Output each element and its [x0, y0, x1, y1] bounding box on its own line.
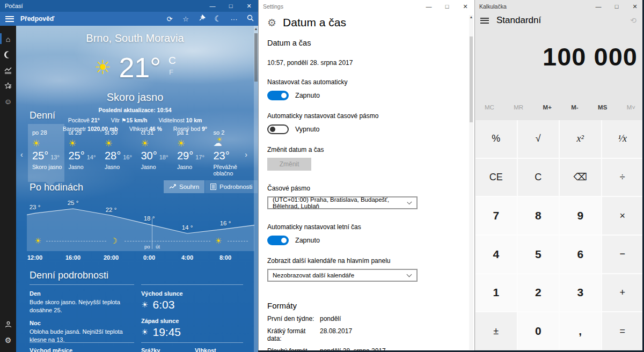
calc-button-reciprocal[interactable]: ¹⁄x [602, 120, 643, 158]
sidebar-item-account[interactable] [0, 317, 16, 332]
favorite-star-icon[interactable]: ☆ [178, 15, 194, 23]
day-card[interactable]: so 2 ☀☁ 23° Převážně oblačno [209, 124, 246, 182]
calc-button-zero[interactable]: 0 [518, 312, 559, 350]
calc-button-multiply[interactable]: × [602, 197, 643, 234]
refresh-icon[interactable]: ⟳ [162, 15, 178, 23]
hamburger-menu-icon[interactable] [5, 16, 14, 22]
memory-flyout-button[interactable]: M˅ [627, 104, 635, 111]
chart-axis-label: 16:00 [61, 254, 85, 261]
sidebar-item-history[interactable] [0, 62, 16, 78]
timezone-dropdown[interactable]: (UTC+01:00) Praha, Bratislava, Budapešť,… [267, 196, 418, 209]
details-button[interactable]: Podrobnosti [205, 180, 258, 193]
close-button[interactable]: ✕ [456, 0, 474, 13]
memory-add-button[interactable]: M+ [543, 104, 552, 111]
day-card[interactable]: st 30 ☀ 28°16° Jasno [100, 124, 137, 182]
chevron-down-icon [407, 272, 412, 277]
calculator-mode[interactable]: Standardní [496, 15, 630, 26]
calc-button-seven[interactable]: 7 [475, 197, 517, 234]
calc-button-three[interactable]: 3 [560, 274, 601, 312]
format-row: První den týdne:pondělí [267, 315, 458, 322]
maximize-button[interactable]: □ [438, 0, 456, 13]
calc-button-percent[interactable]: % [475, 120, 517, 158]
sidebar-item-feedback[interactable]: ☺ [0, 93, 16, 109]
memory-clear-button[interactable]: MC [485, 104, 494, 111]
calc-button-square[interactable]: x² [560, 120, 601, 158]
calc-button-four[interactable]: 4 [475, 236, 517, 273]
calc-button-clear-entry[interactable]: CE [475, 159, 517, 196]
auto-timezone-toggle[interactable] [267, 124, 289, 134]
maximize-button[interactable]: □ [608, 0, 626, 13]
calc-button-backspace[interactable]: ⌫ [560, 159, 601, 196]
moon-icon[interactable]: ☾ [210, 14, 226, 24]
memory-row: MCMRM+M-MSM˅ [475, 104, 644, 111]
maximize-button[interactable]: □ [222, 0, 240, 12]
calc-button-square-root[interactable]: √ [518, 120, 559, 158]
calc-button-one[interactable]: 1 [475, 274, 517, 312]
sidebar-item-home[interactable]: ⌂ [0, 31, 16, 47]
settings-scrollbar[interactable]: ▲ [469, 15, 473, 350]
daily-prev-arrow[interactable]: ‹ [20, 150, 23, 159]
calc-button-subtract[interactable]: − [602, 236, 643, 273]
chart-axis-label: 4:00 [175, 254, 199, 261]
calc-button-negate[interactable]: ± [475, 312, 517, 350]
dst-toggle[interactable] [267, 236, 289, 245]
hamburger-menu-icon[interactable] [480, 18, 489, 24]
calc-button-eight[interactable]: 8 [518, 197, 559, 234]
day-card[interactable]: út 29 ☀ 25°14° Jasno [64, 124, 101, 182]
chart-temp-label: 18 ° [141, 215, 157, 222]
chart-axis-label: 8:00 [214, 254, 237, 261]
summary-button[interactable]: Souhrn [164, 180, 204, 193]
calc-button-nine[interactable]: 9 [560, 197, 601, 234]
search-icon[interactable] [242, 14, 258, 23]
scroll-up-arrow[interactable]: ▲ [469, 15, 473, 19]
day-card[interactable]: po 28 ☀ 25°13° Skoro jasno [28, 124, 64, 182]
close-button[interactable]: ✕ [240, 0, 258, 12]
change-button[interactable]: Změnit [267, 158, 311, 171]
calc-button-five[interactable]: 5 [518, 236, 559, 273]
daily-next-arrow[interactable]: › [245, 150, 247, 159]
current-datetime: 10:57, pondělí 28. srpna 2017 [267, 59, 458, 67]
celsius-toggle[interactable]: C [169, 55, 176, 65]
sidebar-item-maps[interactable] [0, 47, 16, 62]
calc-button-clear[interactable]: C [518, 159, 559, 196]
weather-window: Počasí — □ ✕ Předpověď ⟳ ☆ ☾ ··· [0, 0, 258, 352]
memory-recall-button[interactable]: MR [514, 104, 523, 111]
pin-icon[interactable] [194, 14, 210, 23]
calc-button-equals[interactable]: = [602, 312, 643, 350]
scrollbar-thumb[interactable] [254, 33, 258, 82]
more-options-icon[interactable]: ··· [226, 15, 242, 23]
weather-command-bar: Předpověď ⟳ ☆ ☾ ··· [0, 12, 258, 26]
extra-calendars-dropdown[interactable]: Nezobrazovat další kalendáře [267, 269, 418, 282]
daily-forecast-strip: po 28 ☀ 25°13° Skoro jasno út 29 ☀ 25°14… [28, 124, 245, 182]
sunny-icon: ☀ [141, 138, 173, 149]
day-card[interactable]: pá 1 ☀ 29°17° Jasno [173, 124, 209, 182]
minimize-button[interactable]: — [420, 0, 438, 13]
location-title[interactable]: Brno, South Moravia [16, 32, 254, 45]
day-card[interactable]: čt 31 ☀ 30°18° Jasno [137, 124, 173, 182]
calc-button-two[interactable]: 2 [518, 274, 559, 312]
memory-store-button[interactable]: MS [598, 104, 607, 111]
auto-timezone-label: Automaticky nastavovat časové pásmo [267, 112, 458, 120]
night-description: Obloha bude jasná. Nejnižší teplota kles… [30, 328, 134, 344]
weather-scrollbar[interactable]: ▲ [254, 26, 258, 352]
settings-window: Settings — □ ✕ ▲ ⚙ Datum a čas Datum a č… [258, 0, 474, 352]
calc-button-divide[interactable]: ÷ [602, 159, 643, 196]
sidebar-item-settings[interactable]: ⚙ [0, 332, 16, 348]
scroll-up-arrow[interactable]: ▲ [254, 26, 258, 32]
scrollbar-thumb[interactable] [470, 36, 473, 122]
calc-button-add[interactable]: + [602, 274, 643, 312]
settings-content: ⚙ Datum a čas Datum a čas 10:57, pondělí… [267, 13, 458, 352]
weather-sidebar: ⌂ ☺ ⚙ [0, 26, 16, 352]
calc-button-six[interactable]: 6 [560, 236, 601, 273]
minimize-button[interactable]: — [203, 0, 222, 12]
chart-icon [169, 184, 176, 190]
auto-time-toggle[interactable] [267, 91, 289, 100]
close-button[interactable]: ✕ [626, 0, 644, 13]
chart-axis-label: 0:00 [137, 254, 161, 261]
sunset-icon: ☀ [141, 327, 148, 337]
calc-button-decimal-separator[interactable]: , [560, 312, 601, 350]
sidebar-item-favorites[interactable] [0, 78, 16, 93]
fahrenheit-toggle[interactable]: F [169, 69, 176, 76]
minimize-button[interactable]: — [589, 0, 608, 13]
memory-subtract-button[interactable]: M- [571, 104, 578, 111]
